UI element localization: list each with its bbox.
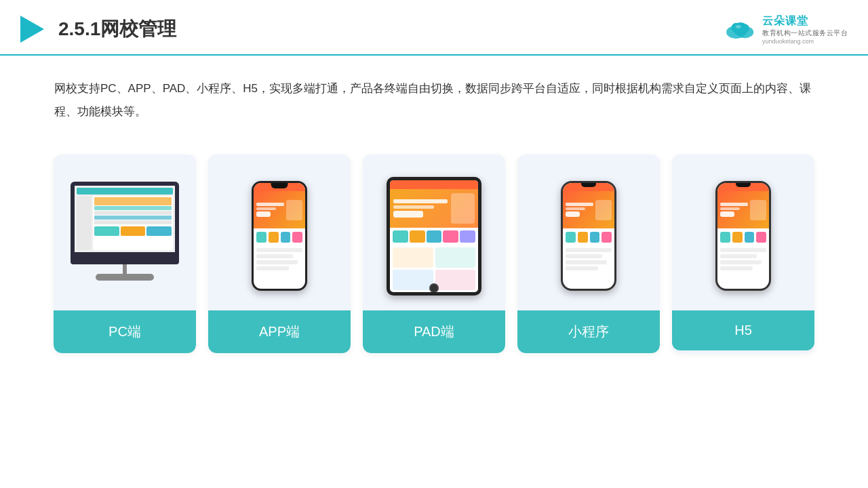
svg-point-6	[736, 25, 741, 28]
logo-arrow-icon	[14, 12, 47, 46]
brand-text: 云朵课堂 教育机构一站式服务云平台 yunduoketang.com	[762, 14, 848, 45]
pad-card: PAD端	[363, 155, 505, 353]
pad-image-area	[363, 155, 505, 310]
brand-cloud-icon	[724, 17, 757, 41]
cards-container: PC端	[0, 141, 868, 373]
h5-card: H5	[672, 155, 814, 353]
pc-label: PC端	[54, 310, 196, 353]
pad-label: PAD端	[363, 310, 505, 353]
h5-image-area	[672, 155, 814, 310]
app-card: APP端	[208, 155, 351, 353]
brand-url: yunduoketang.com	[762, 38, 814, 45]
brand-name: 云朵课堂	[762, 14, 808, 28]
miniprogram-image-area	[517, 155, 660, 310]
header: 2.5.1网校管理 云朵课堂 教育机构一站式服务云平台 yunduoketang…	[0, 0, 868, 56]
svg-point-5	[741, 24, 749, 33]
brand-tagline: 教育机构一站式服务云平台	[762, 28, 848, 38]
miniprogram-label: 小程序	[517, 310, 660, 353]
miniprogram-card: 小程序	[517, 155, 660, 353]
pc-image-area	[54, 155, 196, 310]
page-title: 2.5.1网校管理	[58, 16, 176, 42]
app-image-area	[208, 155, 351, 310]
svg-marker-0	[20, 16, 44, 43]
app-label: APP端	[208, 310, 351, 353]
brand-logo: 云朵课堂 教育机构一站式服务云平台 yunduoketang.com	[724, 14, 848, 45]
pc-card: PC端	[54, 155, 196, 353]
description-text: 网校支持PC、APP、PAD、小程序、H5，实现多端打通，产品各终端自由切换，数…	[0, 56, 868, 134]
h5-label: H5	[672, 310, 814, 350]
header-left: 2.5.1网校管理	[14, 12, 176, 46]
